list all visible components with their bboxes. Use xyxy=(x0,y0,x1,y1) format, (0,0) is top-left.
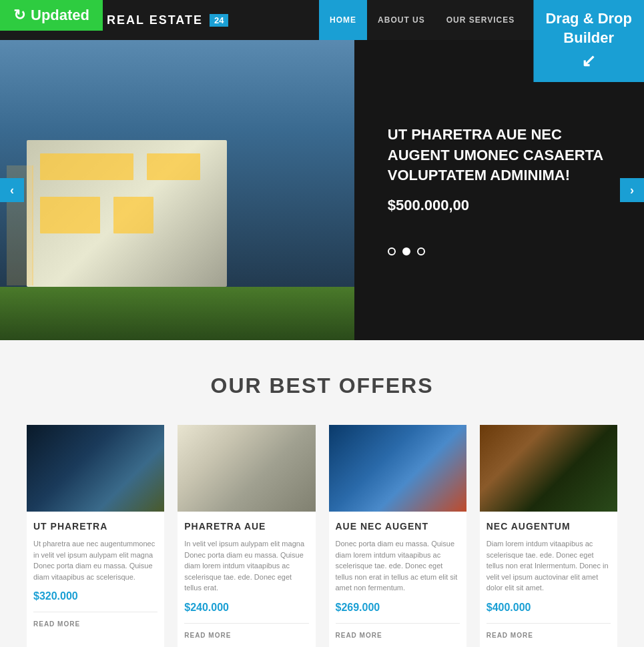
offer-price-1: $320.000 xyxy=(27,590,164,602)
logo-text: REAL ESTATE xyxy=(107,13,203,27)
logo-badge: 24 xyxy=(210,14,228,27)
window-2 xyxy=(113,197,153,233)
offer-card-1: UT PHARETRA Ut pharetra aue nec augentum… xyxy=(27,425,164,647)
nav-item-home[interactable]: HOME xyxy=(319,0,367,40)
offer-readmore-1[interactable]: READ MORE xyxy=(27,618,164,630)
offer-title-2: PHARETRA AUE xyxy=(178,521,315,532)
hero-title: UT PHARETRA AUE NEC AUGENT UMONEC CASAER… xyxy=(388,125,611,186)
offer-price-4: $400.000 xyxy=(480,602,617,614)
window-4 xyxy=(147,153,200,180)
refresh-icon: ↻ xyxy=(13,7,25,24)
offer-card-4: NEC AUGENTUM Diam lorem intdum vitaapibu… xyxy=(480,425,617,647)
offer-price-2: $240.000 xyxy=(178,602,315,614)
offer-title-4: NEC AUGENTUM xyxy=(480,521,617,532)
offer-desc-1: Ut pharetra aue nec augentummonec in vel… xyxy=(27,538,164,582)
offers-title: OUR BEST OFFERS xyxy=(27,374,617,398)
hero-price: $500.000,00 xyxy=(388,197,611,214)
offer-divider-2 xyxy=(184,623,308,624)
offer-image-1 xyxy=(27,425,164,512)
hero-dots xyxy=(388,247,611,255)
house-visual xyxy=(0,40,354,340)
offer-price-3: $269.000 xyxy=(329,602,466,614)
page-wrapper: ↻ Updated Drag & DropBuilder ↙ REAL ESTA… xyxy=(0,0,644,647)
dnd-arrow-icon: ↙ xyxy=(545,50,632,73)
offer-desc-3: Donec porta diam eu massa. Quisue diam l… xyxy=(329,538,466,594)
offer-desc-4: Diam lorem intdum vitaapibus ac sceleris… xyxy=(480,538,617,594)
hero-image xyxy=(0,40,354,340)
hero-dot-2[interactable] xyxy=(402,247,410,255)
offer-card-3: AUE NEC AUGENT Donec porta diam eu massa… xyxy=(329,425,466,647)
offers-section: OUR BEST OFFERS UT PHARETRA Ut pharetra … xyxy=(0,340,644,647)
offer-image-3 xyxy=(329,425,466,512)
offer-desc-2: In velit vel ipsum aulypam elit magna Do… xyxy=(178,538,315,594)
offer-card-2: PHARETRA AUE In velit vel ipsum aulypam … xyxy=(178,425,315,647)
offer-readmore-2[interactable]: READ MORE xyxy=(178,629,315,642)
offer-image-2 xyxy=(178,425,315,512)
hero-slider: UT PHARETRA AUE NEC AUGENT UMONEC CASAER… xyxy=(0,40,644,340)
hero-dot-3[interactable] xyxy=(417,247,425,255)
hero-dot-1[interactable] xyxy=(388,247,396,255)
hero-content: UT PHARETRA AUE NEC AUGENT UMONEC CASAER… xyxy=(354,40,644,340)
updated-label: Updated xyxy=(31,7,89,24)
dnd-badge: Drag & DropBuilder ↙ xyxy=(533,0,644,82)
window-3 xyxy=(40,153,133,180)
offer-image-4 xyxy=(480,425,617,512)
hero-next-button[interactable]: › xyxy=(620,178,644,202)
offer-divider-3 xyxy=(336,623,460,624)
offers-grid: UT PHARETRA Ut pharetra aue nec augentum… xyxy=(27,425,617,647)
window-1 xyxy=(40,197,100,233)
nav-item-services[interactable]: OUR SERVICES xyxy=(436,0,525,40)
offer-title-1: UT PHARETRA xyxy=(27,521,164,532)
offer-readmore-3[interactable]: READ MORE xyxy=(329,629,466,642)
offer-divider-4 xyxy=(487,623,611,624)
offer-title-3: AUE NEC AUGENT xyxy=(329,521,466,532)
offer-readmore-4[interactable]: READ MORE xyxy=(480,629,617,642)
hero-prev-button[interactable]: ‹ xyxy=(0,178,24,202)
updated-badge: ↻ Updated xyxy=(0,0,103,31)
nav-item-about[interactable]: ABOUT US xyxy=(367,0,436,40)
dnd-label: Drag & DropBuilder xyxy=(545,10,632,46)
offer-divider-1 xyxy=(33,612,157,612)
